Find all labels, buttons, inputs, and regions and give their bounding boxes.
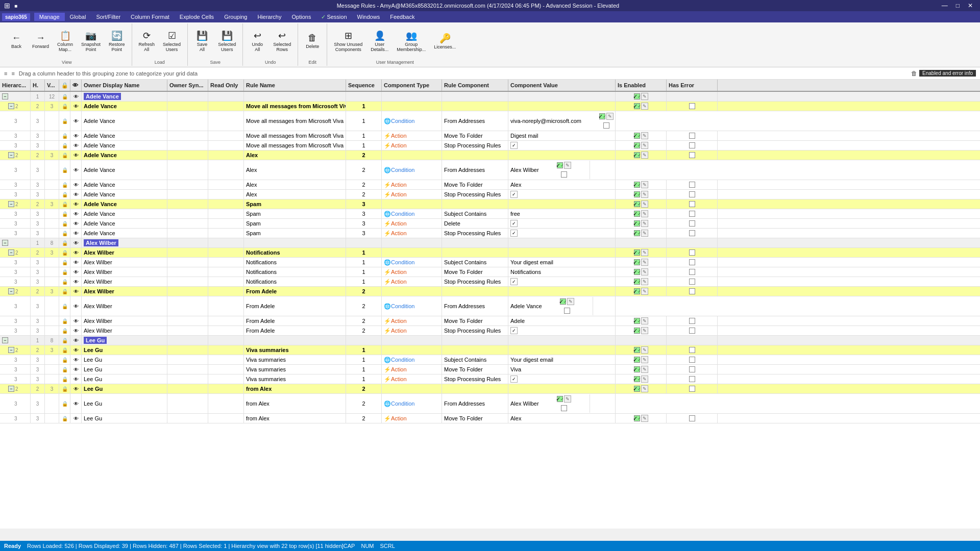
col-v[interactable]: V... (45, 80, 59, 91)
stop-check[interactable]: ✓ (510, 375, 518, 383)
collapse-button[interactable]: − (8, 288, 14, 294)
collapse-button[interactable]: − (8, 201, 14, 207)
readonly-cell[interactable] (208, 151, 244, 160)
is-enabled-cell[interactable]: ✓✎ (616, 190, 667, 199)
error-check-empty[interactable] (689, 182, 695, 188)
has-error-cell[interactable] (581, 121, 616, 130)
error-check-empty[interactable] (689, 366, 695, 372)
group-membership-button[interactable]: 👥 GroupMembership... (393, 28, 429, 55)
is-enabled-cell[interactable]: ✓✎ (616, 287, 667, 296)
readonly-cell[interactable] (208, 160, 244, 180)
grid-container[interactable]: −112🔒👁Adele Vance✓✎−223🔒👁Adele VanceMove… (0, 92, 980, 529)
edit-check[interactable]: ✎ (641, 181, 648, 188)
readonly-cell[interactable] (208, 92, 244, 101)
is-enabled-cell[interactable]: ✓✎ (616, 102, 667, 111)
table-row[interactable]: 33🔒👁Alex WilberNotifications1⚡ ActionMov… (0, 267, 980, 277)
readonly-cell[interactable] (208, 238, 244, 247)
edit-check-small[interactable]: ✎ (641, 375, 648, 383)
is-enabled-cell[interactable]: ✓✎ (616, 414, 667, 423)
has-error-cell[interactable] (667, 316, 718, 325)
edit-check-small[interactable]: ✎ (641, 230, 648, 237)
minimize-button[interactable]: — (939, 2, 951, 9)
col-h[interactable]: H. (31, 80, 45, 91)
clear-grouping-icon[interactable]: 🗑 (911, 70, 917, 77)
collapse-button[interactable]: − (8, 249, 14, 256)
is-enabled-check-small[interactable]: ✓ (634, 230, 640, 236)
has-error-cell[interactable] (667, 374, 718, 384)
titlebar-controls[interactable]: — □ ✕ (939, 2, 976, 9)
has-error-cell[interactable] (667, 238, 718, 247)
error-check-empty[interactable] (689, 142, 695, 148)
col-component-type[interactable]: Component Type (382, 80, 442, 91)
readonly-cell[interactable] (208, 345, 244, 355)
table-row[interactable]: −223🔒👁Alex WilberNotifications1✓✎ (0, 248, 980, 258)
edit-check-small[interactable]: ✎ (641, 191, 648, 198)
table-row[interactable]: 33🔒👁Alex WilberFrom Adele2🌐 ConditionFro… (0, 296, 980, 316)
error-check-empty[interactable] (689, 211, 695, 217)
is-enabled-check-small[interactable]: ✓ (634, 191, 640, 197)
close-button[interactable]: ✕ (965, 2, 976, 9)
is-enabled-cell[interactable]: ✓✎ (616, 131, 667, 140)
error-check-empty[interactable] (689, 279, 695, 285)
has-error-cell[interactable] (667, 277, 718, 286)
edit-check[interactable]: ✎ (641, 288, 648, 295)
is-enabled-check[interactable]: ✓ (634, 93, 640, 99)
edit-check[interactable]: ✎ (641, 93, 648, 100)
table-row[interactable]: 33🔒👁Alex WilberNotifications1🌐 Condition… (0, 258, 980, 267)
edit-check[interactable]: ✎ (641, 132, 648, 139)
has-error-cell[interactable] (667, 199, 718, 209)
col-has-error[interactable]: Has Error (667, 80, 718, 91)
has-error-cell[interactable] (667, 209, 718, 218)
edit-check[interactable]: ✎ (641, 103, 648, 110)
error-check-empty[interactable] (689, 220, 695, 227)
back-button[interactable]: ← Back (5, 31, 28, 52)
is-enabled-cell[interactable]: ✓✎ (616, 316, 667, 325)
show-unused-button[interactable]: ⊞ Show UnusedComponents (330, 28, 366, 55)
has-error-cell[interactable] (667, 287, 718, 296)
col-readonly[interactable]: Read Only (208, 80, 244, 91)
readonly-cell[interactable] (208, 296, 244, 316)
table-row[interactable]: 33🔒👁Lee GuViva summaries1🌐 ConditionSubj… (0, 355, 980, 365)
has-error-cell[interactable] (667, 131, 718, 140)
error-check-empty[interactable] (689, 249, 695, 256)
readonly-cell[interactable] (208, 180, 244, 189)
readonly-cell[interactable] (208, 336, 244, 345)
error-check-empty[interactable] (689, 201, 695, 207)
app-logo[interactable]: sapio365 (2, 13, 30, 21)
is-enabled-check-small[interactable]: ✓ (634, 376, 640, 382)
is-enabled-cell[interactable]: ✓✎ (616, 326, 667, 335)
is-enabled-check[interactable]: ✓ (634, 259, 640, 265)
is-enabled-check[interactable]: ✓ (634, 249, 640, 256)
is-enabled-check[interactable]: ✓ (634, 357, 640, 363)
edit-check[interactable]: ✎ (641, 346, 648, 354)
readonly-cell[interactable] (208, 365, 244, 374)
has-error-cell[interactable] (667, 229, 718, 238)
is-enabled-cell[interactable]: ✓✎ (616, 199, 667, 209)
is-enabled-check[interactable]: ✓ (634, 182, 640, 188)
delete-check[interactable]: ✓ (510, 220, 518, 227)
table-row[interactable]: −223🔒👁Lee Gufrom Alex2✓✎ (0, 384, 980, 394)
table-row[interactable]: 33🔒👁Adele VanceSpam3⚡ ActionDelete✓✓✎ (0, 219, 980, 229)
readonly-cell[interactable] (208, 394, 244, 413)
edit-check[interactable]: ✎ (641, 259, 648, 266)
menu-manage[interactable]: Manage (34, 13, 65, 21)
collapse-button[interactable]: − (8, 103, 14, 109)
table-row[interactable]: 33🔒👁Adele VanceSpam3🌐 ConditionSubject C… (0, 209, 980, 219)
selected-rows-button[interactable]: ↩ SelectedRows (270, 28, 295, 55)
table-row[interactable]: 33🔒👁Adele VanceAlex2⚡ ActionStop Process… (0, 190, 980, 199)
save-all-button[interactable]: 💾 SaveAll (191, 28, 213, 55)
is-enabled-cell[interactable]: ✓✎ (539, 161, 590, 170)
is-enabled-cell[interactable]: ✓✎ (542, 297, 593, 306)
is-enabled-cell[interactable]: ✓✎ (616, 355, 667, 364)
edit-check[interactable]: ✎ (641, 268, 648, 276)
readonly-cell[interactable] (208, 209, 244, 218)
table-row[interactable]: 33🔒👁Alex WilberFrom Adele2⚡ ActionStop P… (0, 326, 980, 336)
maximize-button[interactable]: □ (953, 2, 963, 9)
table-row[interactable]: 33🔒👁Adele VanceAlex2🌐 ConditionFrom Addr… (0, 160, 980, 180)
table-row[interactable]: 33🔒👁Lee Gufrom Alex2🌐 ConditionFrom Addr… (0, 394, 980, 414)
has-error-cell[interactable] (667, 190, 718, 199)
col-sequence[interactable]: Sequence (346, 80, 382, 91)
is-enabled-cell[interactable]: ✓✎ (616, 365, 667, 374)
table-row[interactable]: 33🔒👁Alex WilberFrom Adele2⚡ ActionMove T… (0, 316, 980, 326)
readonly-cell[interactable] (208, 248, 244, 257)
